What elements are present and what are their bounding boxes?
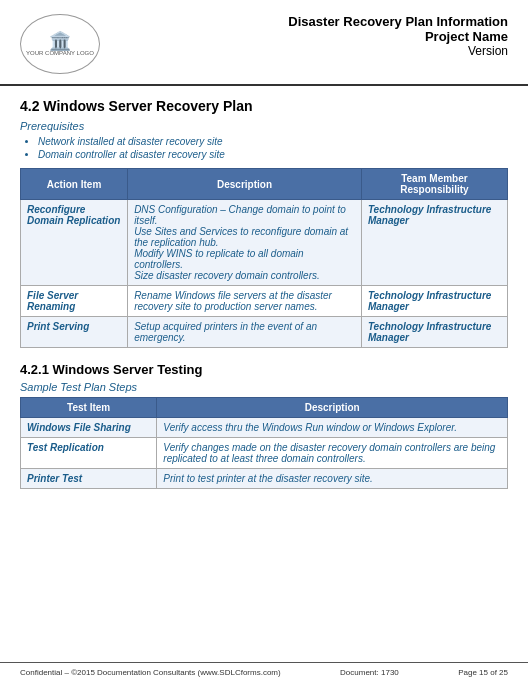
page: 🏛️ YOUR COMPANY LOGO Disaster Recovery P…	[0, 0, 528, 682]
table-row: Reconfigure Domain Replication DNS Confi…	[21, 200, 508, 286]
table-row: Windows File Sharing Verify access thru …	[21, 418, 508, 438]
logo: 🏛️ YOUR COMPANY LOGO	[20, 14, 100, 74]
footer-document: Document: 1730	[340, 668, 399, 677]
col-header-action: Action Item	[21, 169, 128, 200]
section-42-table: Action Item Description Team Member Resp…	[20, 168, 508, 348]
logo-text: YOUR COMPANY LOGO	[26, 50, 94, 56]
doc-title-line1: Disaster Recovery Plan Information	[288, 14, 508, 29]
test-desc-2: Verify changes made on the disaster reco…	[157, 438, 508, 469]
action-2: File Server Renaming	[21, 286, 128, 317]
col-header-resp: Team Member Responsibility	[361, 169, 507, 200]
bullet-1: Network installed at disaster recovery s…	[38, 136, 508, 147]
bullet-2: Domain controller at disaster recovery s…	[38, 149, 508, 160]
resp-2: Technology Infrastructure Manager	[361, 286, 507, 317]
resp-1: Technology Infrastructure Manager	[361, 200, 507, 286]
test-item-3: Printer Test	[21, 469, 157, 489]
logo-icon: 🏛️	[49, 32, 71, 50]
header-title: Disaster Recovery Plan Information Proje…	[288, 14, 508, 58]
section-421: 4.2.1 Windows Server Testing Sample Test…	[20, 362, 508, 489]
action-1: Reconfigure Domain Replication	[21, 200, 128, 286]
doc-version: Version	[288, 44, 508, 58]
main-content: 4.2 Windows Server Recovery Plan Prerequ…	[0, 86, 528, 662]
section-421-subtitle: Sample Test Plan Steps	[20, 381, 508, 393]
test-desc-3: Print to test printer at the disaster re…	[157, 469, 508, 489]
desc-2: Rename Windows file servers at the disas…	[128, 286, 362, 317]
action-3: Print Serving	[21, 317, 128, 348]
table-row: Printer Test Print to test printer at th…	[21, 469, 508, 489]
table-row: File Server Renaming Rename Windows file…	[21, 286, 508, 317]
resp-3: Technology Infrastructure Manager	[361, 317, 507, 348]
desc-1: DNS Configuration – Change domain to poi…	[128, 200, 362, 286]
test-col-header-desc: Description	[157, 398, 508, 418]
section-42-title: 4.2 Windows Server Recovery Plan	[20, 98, 508, 114]
prerequisites-label: Prerequisites	[20, 120, 508, 132]
section-42: 4.2 Windows Server Recovery Plan Prerequ…	[20, 98, 508, 348]
prerequisites-list: Network installed at disaster recovery s…	[38, 136, 508, 160]
header: 🏛️ YOUR COMPANY LOGO Disaster Recovery P…	[0, 0, 528, 86]
section-421-title: 4.2.1 Windows Server Testing	[20, 362, 508, 377]
section-421-table: Test Item Description Windows File Shari…	[20, 397, 508, 489]
desc-3: Setup acquired printers in the event of …	[128, 317, 362, 348]
table-row: Print Serving Setup acquired printers in…	[21, 317, 508, 348]
footer-confidential: Confidential – ©2015 Documentation Consu…	[20, 668, 281, 677]
test-col-header-item: Test Item	[21, 398, 157, 418]
footer-page: Page 15 of 25	[458, 668, 508, 677]
footer: Confidential – ©2015 Documentation Consu…	[0, 662, 528, 682]
test-item-1: Windows File Sharing	[21, 418, 157, 438]
col-header-desc: Description	[128, 169, 362, 200]
test-item-2: Test Replication	[21, 438, 157, 469]
test-desc-1: Verify access thru the Windows Run windo…	[157, 418, 508, 438]
doc-title-line2: Project Name	[288, 29, 508, 44]
table-row: Test Replication Verify changes made on …	[21, 438, 508, 469]
